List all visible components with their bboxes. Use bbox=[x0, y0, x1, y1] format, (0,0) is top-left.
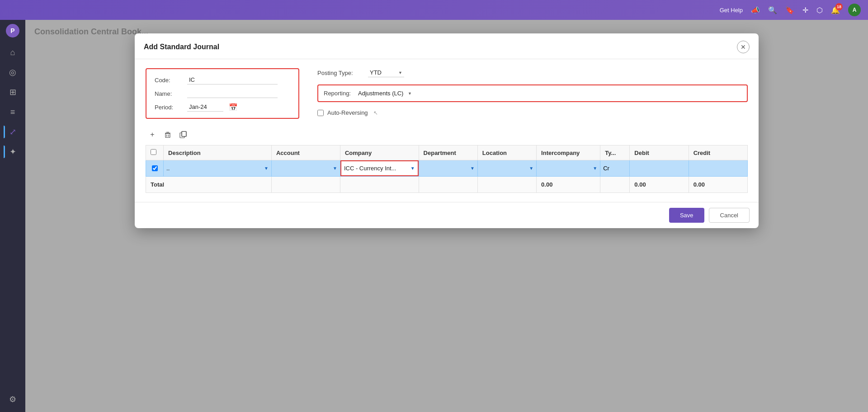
row-checkbox-cell bbox=[146, 160, 164, 177]
form-section: Code: Name: Period: 📅 bbox=[146, 68, 748, 119]
total-blank4 bbox=[477, 177, 536, 193]
total-credit-cell: 0.00 bbox=[689, 177, 747, 193]
row-credit-cell bbox=[689, 160, 747, 177]
code-input[interactable] bbox=[187, 75, 278, 84]
copy-row-button[interactable] bbox=[176, 128, 190, 141]
add-standard-journal-modal: Add Standard Journal ✕ Code: Name: bbox=[135, 33, 759, 228]
period-label: Period: bbox=[155, 104, 182, 111]
modal-body: Code: Name: Period: 📅 bbox=[135, 59, 759, 202]
delete-row-button[interactable] bbox=[161, 128, 175, 141]
app-logo[interactable]: P bbox=[5, 23, 20, 38]
total-label-cell: Total bbox=[146, 177, 272, 193]
reporting-box: Reporting: Adjustments (LC) Adjustments … bbox=[317, 84, 748, 102]
megaphone-icon[interactable]: 📣 bbox=[751, 6, 760, 14]
row-account-cell[interactable]: ▼ bbox=[271, 160, 340, 177]
svg-text:P: P bbox=[10, 27, 14, 34]
user-avatar[interactable]: A bbox=[848, 4, 861, 16]
description-dropdown-arrow[interactable]: ▼ bbox=[264, 166, 269, 171]
form-left-fields: Code: Name: Period: 📅 bbox=[146, 68, 299, 119]
th-intercompany: Intercompany bbox=[537, 145, 600, 160]
th-debit: Debit bbox=[630, 145, 689, 160]
th-type: Ty... bbox=[600, 145, 630, 160]
form-right-fields: Posting Type: YTD PTD Reporting: bbox=[317, 68, 748, 119]
calendar-icon[interactable]: 📅 bbox=[229, 103, 238, 112]
total-blank5 bbox=[600, 177, 630, 193]
sidebar-item-settings[interactable]: ⚙ bbox=[4, 390, 22, 408]
modal-title: Add Standard Journal bbox=[144, 43, 219, 51]
cursor-indicator: ↖ bbox=[373, 110, 378, 116]
location-dropdown-arrow[interactable]: ▼ bbox=[529, 166, 533, 171]
total-blank1 bbox=[271, 177, 340, 193]
auto-reversing-checkbox[interactable] bbox=[317, 110, 324, 116]
th-credit: Credit bbox=[689, 145, 747, 160]
svg-rect-4 bbox=[165, 134, 170, 138]
th-company: Company bbox=[340, 145, 419, 160]
period-row: Period: 📅 bbox=[155, 103, 290, 112]
modal-close-button[interactable]: ✕ bbox=[737, 41, 750, 53]
total-intercompany-cell: 0.00 bbox=[537, 177, 600, 193]
table-toolbar: + bbox=[146, 128, 748, 141]
th-description: Description bbox=[164, 145, 272, 160]
row-checkbox[interactable] bbox=[152, 165, 158, 171]
posting-type-select[interactable]: YTD PTD bbox=[368, 68, 404, 77]
sidebar-item-grid[interactable]: ⊞ bbox=[4, 83, 22, 101]
crosshair-icon[interactable]: ✛ bbox=[802, 6, 808, 14]
account-dropdown-arrow[interactable]: ▼ bbox=[333, 166, 337, 171]
sidebar-item-home[interactable]: ⌂ bbox=[4, 43, 22, 61]
row-intercompany-cell[interactable]: ▼ bbox=[537, 160, 600, 177]
name-label: Name: bbox=[155, 90, 182, 97]
auto-reversing-label: Auto-Reversing bbox=[327, 109, 368, 116]
total-debit-cell: 0.00 bbox=[630, 177, 689, 193]
department-dropdown-arrow[interactable]: ▼ bbox=[470, 166, 475, 171]
reporting-select-wrapper: Adjustments (LC) Adjustments (CC) All bbox=[356, 89, 414, 98]
reporting-select[interactable]: Adjustments (LC) Adjustments (CC) All bbox=[356, 89, 414, 98]
row-description-value: .. bbox=[166, 165, 262, 172]
period-input[interactable] bbox=[187, 103, 223, 112]
posting-type-row: Posting Type: YTD PTD bbox=[317, 68, 748, 77]
cancel-button[interactable]: Cancel bbox=[709, 208, 750, 223]
th-checkbox bbox=[146, 145, 164, 160]
code-row: Code: bbox=[155, 75, 290, 84]
box-icon[interactable]: ⬡ bbox=[816, 6, 823, 14]
row-department-cell[interactable]: ▼ bbox=[419, 160, 477, 177]
save-button[interactable]: Save bbox=[669, 208, 704, 223]
reporting-label: Reporting: bbox=[324, 90, 351, 97]
posting-type-select-wrapper: YTD PTD bbox=[368, 68, 404, 77]
row-debit-cell bbox=[630, 160, 689, 177]
auto-reversing-row: Auto-Reversing ↖ bbox=[317, 109, 748, 116]
svg-rect-3 bbox=[166, 132, 169, 132]
bookmark-icon[interactable]: 🔖 bbox=[785, 6, 794, 14]
sidebar-item-analytics[interactable]: ≡ bbox=[4, 103, 22, 121]
sidebar-item-consolidation[interactable]: ⤢ bbox=[4, 123, 22, 141]
select-all-checkbox[interactable] bbox=[151, 149, 156, 155]
posting-type-label: Posting Type: bbox=[317, 70, 363, 76]
code-label: Code: bbox=[155, 77, 182, 84]
name-row: Name: bbox=[155, 89, 290, 98]
add-row-button[interactable]: + bbox=[146, 128, 159, 141]
company-dropdown-arrow[interactable]: ▼ bbox=[410, 166, 415, 171]
sidebar: P ⌂ ◎ ⊞ ≡ ⤢ ✦ ⚙ bbox=[0, 20, 25, 412]
intercompany-dropdown-arrow[interactable]: ▼ bbox=[593, 166, 597, 171]
company-cell-inner: ICC - Currency Int... ▼ bbox=[340, 160, 419, 176]
name-input[interactable] bbox=[187, 89, 278, 98]
sidebar-item-dashboard[interactable]: ◎ bbox=[4, 63, 22, 81]
total-row: Total 0.00 0.00 0.00 bbox=[146, 177, 748, 193]
row-description-cell[interactable]: .. ▼ bbox=[164, 160, 272, 177]
sidebar-item-star[interactable]: ✦ bbox=[4, 143, 22, 161]
total-blank3 bbox=[419, 177, 477, 193]
search-icon[interactable]: 🔍 bbox=[768, 6, 777, 14]
bell-icon[interactable]: 🔔 18 bbox=[831, 6, 840, 14]
modal-header: Add Standard Journal ✕ bbox=[135, 33, 759, 59]
topbar: Get Help 📣 🔍 🔖 ✛ ⬡ 🔔 18 A bbox=[0, 0, 868, 20]
row-company-cell[interactable]: ICC - Currency Int... ▼ bbox=[340, 160, 419, 177]
modal-footer: Save Cancel bbox=[135, 202, 759, 228]
modal-overlay: Add Standard Journal ✕ Code: Name: bbox=[25, 20, 868, 412]
journal-table: Description Account Company Department L… bbox=[146, 145, 748, 193]
row-company-value: ICC - Currency Int... bbox=[344, 165, 409, 172]
row-type-value: Cr bbox=[603, 165, 627, 172]
th-department: Department bbox=[419, 145, 477, 160]
main-content: Consolidation Central Book... Add Standa… bbox=[25, 20, 868, 412]
row-location-cell[interactable]: ▼ bbox=[477, 160, 536, 177]
get-help-button[interactable]: Get Help bbox=[720, 7, 743, 14]
notification-badge: 18 bbox=[835, 3, 843, 10]
